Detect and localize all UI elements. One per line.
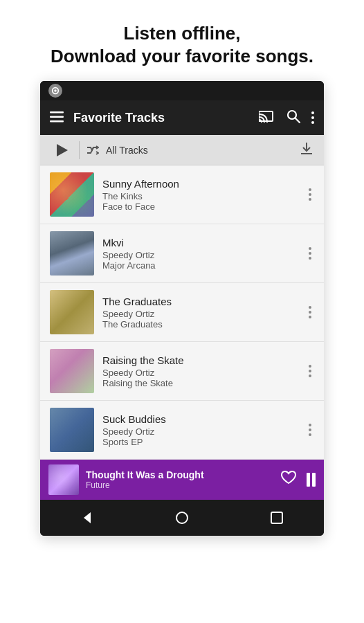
favorite-button[interactable] (280, 470, 297, 489)
app-bar-actions (259, 109, 314, 127)
hero-line2: Download your favorite songs. (51, 46, 313, 66)
hero-text: Listen offline, Download your favorite s… (0, 0, 364, 81)
play-all-button[interactable] (50, 139, 72, 161)
track-info-4: Raising the Skate Speedy Ortiz Raising t… (102, 354, 298, 388)
svg-rect-3 (50, 116, 64, 118)
track-art-2 (50, 231, 94, 276)
track-album-3: The Graduates (102, 319, 298, 329)
now-playing-bar[interactable]: Thought It Was a Drought Future (40, 460, 324, 500)
track-album-5: Sports EP (102, 437, 298, 447)
home-button[interactable] (167, 503, 197, 533)
track-menu-5[interactable] (306, 421, 314, 439)
track-menu-4[interactable] (306, 362, 314, 380)
track-title-2: Mkvi (102, 237, 298, 249)
pause-button[interactable] (307, 473, 316, 487)
divider (79, 141, 80, 159)
all-tracks-label: All Tracks (106, 145, 292, 156)
track-info-1: Sunny Afternoon The Kinks Face to Face (102, 178, 298, 212)
svg-point-11 (176, 512, 188, 523)
track-artist-3: Speedy Ortiz (102, 309, 298, 319)
download-button[interactable] (299, 141, 314, 159)
track-art-1 (50, 172, 94, 217)
svg-marker-10 (84, 512, 91, 523)
track-menu-1[interactable] (306, 186, 314, 204)
controls-row: All Tracks (40, 135, 324, 165)
track-list: Sunny Afternoon The Kinks Face to Face M… (40, 165, 324, 460)
track-art-4 (50, 349, 94, 393)
track-info-3: The Graduates Speedy Ortiz The Graduates (102, 296, 298, 329)
now-playing-actions (280, 470, 316, 489)
track-artist-5: Speedy Ortiz (102, 426, 298, 437)
track-artist-2: Speedy Ortiz (102, 250, 298, 260)
track-menu-2[interactable] (306, 244, 314, 262)
svg-rect-4 (50, 120, 64, 123)
search-button[interactable] (286, 109, 300, 127)
svg-point-1 (54, 89, 56, 91)
track-item[interactable]: The Graduates Speedy Ortiz The Graduates (40, 283, 324, 342)
app-bar: Favorite Tracks (40, 100, 324, 135)
recent-apps-button[interactable] (262, 503, 292, 533)
menu-button[interactable] (50, 111, 64, 125)
track-item[interactable]: Raising the Skate Speedy Ortiz Raising t… (40, 342, 324, 401)
shuffle-button[interactable] (87, 145, 99, 155)
track-artist-4: Speedy Ortiz (102, 368, 298, 378)
now-playing-title: Thought It Was a Drought (86, 469, 273, 480)
phone-frame: Favorite Tracks (40, 81, 324, 536)
now-playing-info: Thought It Was a Drought Future (86, 469, 273, 490)
track-item[interactable]: Sunny Afternoon The Kinks Face to Face (40, 165, 324, 224)
svg-rect-12 (271, 512, 282, 523)
track-art-5 (50, 408, 94, 452)
track-album-1: Face to Face (102, 201, 298, 212)
back-button[interactable] (72, 503, 102, 533)
track-item[interactable]: Suck Buddies Speedy Ortiz Sports EP (40, 401, 324, 460)
track-artist-1: The Kinks (102, 191, 298, 201)
track-menu-3[interactable] (306, 303, 314, 321)
hero-line1: Listen offline, (124, 23, 241, 44)
track-info-5: Suck Buddies Speedy Ortiz Sports EP (102, 413, 298, 447)
status-bar (40, 81, 324, 100)
track-album-4: Raising the Skate (102, 378, 298, 388)
now-playing-artist: Future (86, 480, 273, 490)
track-art-3 (50, 290, 94, 334)
track-info-2: Mkvi Speedy Ortiz Major Arcana (102, 237, 298, 271)
more-options-button[interactable] (311, 111, 314, 124)
nav-bar (40, 500, 324, 536)
track-title-3: The Graduates (102, 296, 298, 307)
cast-button[interactable] (259, 110, 275, 126)
page-title: Favorite Tracks (73, 111, 249, 125)
track-title-1: Sunny Afternoon (102, 178, 298, 190)
track-album-2: Major Arcana (102, 260, 298, 271)
app-logo (48, 84, 62, 98)
track-item[interactable]: Mkvi Speedy Ortiz Major Arcana (40, 224, 324, 283)
track-title-4: Raising the Skate (102, 354, 298, 366)
now-playing-art (48, 464, 79, 495)
svg-rect-2 (50, 111, 64, 114)
track-title-5: Suck Buddies (102, 413, 298, 425)
svg-line-7 (295, 118, 300, 123)
